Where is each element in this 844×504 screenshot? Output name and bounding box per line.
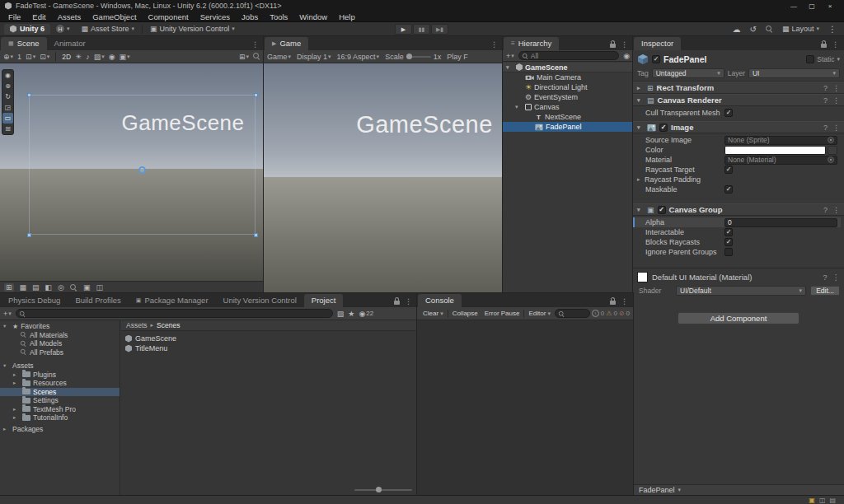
foldout-icon[interactable]: ▾ <box>637 124 644 131</box>
tab-console[interactable]: Console <box>418 294 462 307</box>
tab-scene[interactable]: ▦ Scene <box>1 37 47 50</box>
clear-button[interactable]: Clear▾ <box>420 310 446 317</box>
component-canvas-group[interactable]: ▾ ▣ ✓ Canvas Group ?⋮ <box>633 203 844 216</box>
icon-size-slider[interactable] <box>354 489 412 491</box>
hierarchy-item-gamescene[interactable]: ▾ GameScene <box>503 63 633 72</box>
favorite-all-models[interactable]: All Models <box>0 339 120 348</box>
static-checkbox[interactable] <box>806 55 814 63</box>
menu-services[interactable]: Services <box>195 12 236 22</box>
status-console-icon[interactable]: ▤ <box>829 497 836 504</box>
kebab-menu-icon[interactable]: ⋮ <box>832 206 840 214</box>
scale-slider[interactable]: Scale 1x <box>385 53 441 61</box>
tab-build-profiles[interactable]: Build Profiles <box>68 294 128 307</box>
lock-icon[interactable] <box>610 44 616 48</box>
pivot-handle[interactable] <box>138 166 146 174</box>
tool-handle-dropdown[interactable]: ⊕▾ <box>3 53 13 61</box>
favorite-all-prefabs[interactable]: All Prefabs <box>0 348 120 357</box>
scene-lighting-toggle[interactable]: ☀ <box>75 53 82 61</box>
menu-jobs[interactable]: Jobs <box>236 12 264 22</box>
maskable-checkbox[interactable]: ✓ <box>724 185 733 194</box>
kebab-menu-icon[interactable]: ⋮ <box>832 273 841 282</box>
foldout-icon[interactable]: ▾ <box>3 323 10 329</box>
kebab-menu-icon[interactable]: ⋮ <box>621 40 628 49</box>
view-tool-button[interactable]: ◉ <box>2 70 13 81</box>
gizmos-dropdown[interactable]: ⊞▾ <box>239 53 249 61</box>
image-enabled-checkbox[interactable]: ✓ <box>659 124 668 132</box>
overlay-toggle-icon[interactable]: ◫ <box>96 283 103 292</box>
object-picker-icon[interactable] <box>828 156 834 163</box>
material-field[interactable]: None (Material) <box>724 156 837 165</box>
kebab-menu-icon[interactable]: ⋮ <box>490 40 498 49</box>
kebab-menu-icon[interactable]: ⋮ <box>832 124 840 132</box>
folder-resources[interactable]: ▸Resources <box>0 379 120 388</box>
console-log-area[interactable] <box>417 320 633 495</box>
grid-size-field[interactable]: 1 <box>17 53 21 61</box>
kebab-menu-icon[interactable]: ⋮ <box>621 297 628 306</box>
foldout-icon[interactable]: ▸ <box>13 406 20 413</box>
kebab-menu-icon[interactable]: ⋮ <box>832 40 839 49</box>
asset-titlemenu[interactable]: TitleMenu <box>121 343 417 353</box>
help-icon[interactable]: ? <box>823 96 828 105</box>
menu-file[interactable]: File <box>2 12 26 22</box>
hierarchy-item-directional-light[interactable]: ☀ Directional Light <box>503 82 633 92</box>
tab-inspector[interactable]: Inspector <box>634 37 681 50</box>
color-field[interactable] <box>724 146 826 155</box>
tab-project[interactable]: Project <box>304 294 344 307</box>
version-control-button[interactable]: ▣ Unity Version Control ▾ <box>144 22 241 36</box>
object-picker-icon[interactable] <box>828 137 834 143</box>
play-focused-dropdown[interactable]: Play F <box>447 53 468 61</box>
tab-hierarchy[interactable]: ≡ Hierarchy <box>504 37 559 50</box>
cull-transparent-mesh-checkbox[interactable]: ✓ <box>724 109 733 117</box>
hierarchy-search-input[interactable] <box>531 52 618 60</box>
scene-picker-eye-icon[interactable]: ◉ <box>623 52 630 60</box>
inspector-footer-breadcrumb[interactable]: FadePanel ▾ <box>633 484 844 495</box>
ignore-parent-groups-checkbox[interactable] <box>724 248 733 256</box>
tab-unity-version-control[interactable]: Unity Version Control <box>216 294 304 307</box>
surface-snap-icon[interactable]: ▤ <box>32 283 40 292</box>
search-icon[interactable] <box>766 26 773 33</box>
scene-visibility-eye[interactable]: ◉ <box>109 53 115 61</box>
tab-animator[interactable]: Animator <box>47 37 93 50</box>
display-dropdown[interactable]: Display 1▾ <box>297 53 331 61</box>
account-button[interactable]: H ▾ <box>50 22 76 36</box>
kebab-menu-icon[interactable]: ⋮ <box>405 297 412 306</box>
hierarchy-item-eventsystem[interactable]: ⚙ EventSystem <box>503 92 633 102</box>
search-by-type-icon[interactable]: ▨ <box>337 310 345 318</box>
scale-slider-track[interactable] <box>406 56 431 58</box>
component-rect-transform[interactable]: ▸ ⊞ Rect Transform ?⋮ <box>633 82 844 94</box>
raycast-target-checkbox[interactable]: ✓ <box>724 166 733 174</box>
status-activity-icon[interactable]: ▣ <box>809 497 815 504</box>
step-button[interactable]: ▶▮ <box>431 24 448 35</box>
create-object-button[interactable]: +▾ <box>506 52 514 60</box>
folder-tutorialinfo[interactable]: ▸TutorialInfo <box>0 413 120 422</box>
foldout-icon[interactable]: ▸ <box>3 426 10 432</box>
menu-assets[interactable]: Assets <box>52 12 87 22</box>
canvas-group-enabled-checkbox[interactable]: ✓ <box>658 206 666 214</box>
scene-find-icon[interactable] <box>70 284 77 292</box>
blocks-raycasts-checkbox[interactable]: ✓ <box>724 238 733 246</box>
kebab-menu-icon[interactable]: ⋮ <box>251 40 259 49</box>
component-image[interactable]: ▾ ✓ Image ?⋮ <box>633 121 844 133</box>
interactable-checkbox[interactable]: ✓ <box>724 228 733 236</box>
aspect-dropdown[interactable]: 16:9 Aspect▾ <box>337 53 380 61</box>
kebab-menu-icon[interactable]: ⋮ <box>832 84 840 92</box>
scale-tool-button[interactable]: ◲ <box>2 102 13 113</box>
editor-dropdown[interactable]: Editor▾ <box>526 310 552 317</box>
folder-settings[interactable]: Settings <box>0 396 120 405</box>
favorite-all-materials[interactable]: All Materials <box>0 331 120 340</box>
selection-handle[interactable] <box>254 93 258 97</box>
selection-handle[interactable] <box>27 93 31 97</box>
selection-handle[interactable] <box>254 233 258 237</box>
project-search-input[interactable] <box>28 310 332 318</box>
folder-scenes[interactable]: Scenes <box>0 388 120 397</box>
status-cache-icon[interactable]: ◫ <box>819 497 826 504</box>
help-icon[interactable]: ? <box>823 273 827 282</box>
render-mode-icon[interactable]: ◧ <box>45 283 53 292</box>
hierarchy-item-main-camera[interactable]: Main Camera <box>503 72 633 82</box>
favorites-star-icon[interactable]: ★ <box>348 310 354 318</box>
info-count[interactable]: !0 <box>592 310 604 317</box>
foldout-icon[interactable]: ▾ <box>637 97 644 104</box>
breadcrumb-scenes[interactable]: Scenes <box>157 321 180 329</box>
icon-size-slider-thumb[interactable] <box>376 487 382 492</box>
foldout-icon[interactable]: ▸ <box>637 85 644 91</box>
